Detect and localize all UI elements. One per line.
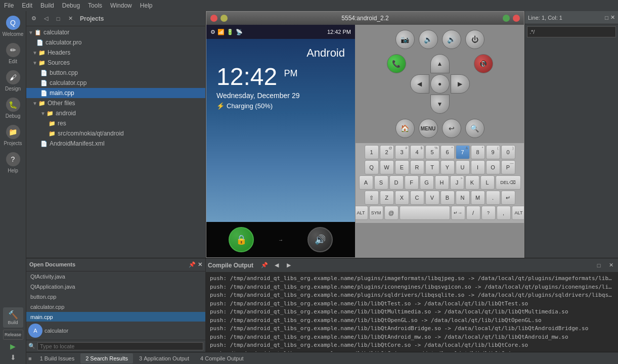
kb-g[interactable]: G bbox=[420, 175, 434, 190]
doc-main-cpp[interactable]: main.cpp bbox=[26, 312, 205, 322]
compile-next-btn[interactable]: ▶ bbox=[284, 260, 294, 270]
tree-item-other-files[interactable]: ▼ 📁 Other files bbox=[26, 98, 205, 108]
kb-l[interactable]: L bbox=[480, 175, 495, 190]
tree-item-calculator-cpp[interactable]: 📄 calculator.cpp bbox=[26, 78, 205, 88]
kb-r[interactable]: R bbox=[410, 160, 424, 174]
compile-pin-btn[interactable]: 📌 bbox=[259, 260, 270, 270]
sidebar-close-btn[interactable]: ✕ bbox=[610, 14, 615, 21]
kb-space[interactable] bbox=[400, 206, 450, 220]
tree-item-manifest[interactable]: 📄 AndroidManifest.xml bbox=[26, 139, 205, 149]
kb-5[interactable]: 5% bbox=[425, 145, 439, 159]
call-button[interactable]: 📞 bbox=[387, 54, 406, 73]
tab-compile-output[interactable]: 4 Compile Output bbox=[195, 353, 249, 363]
dpad-down[interactable]: ▼ bbox=[430, 95, 450, 114]
kb-2[interactable]: 2@ bbox=[380, 145, 394, 159]
kb-dot[interactable]: . bbox=[486, 191, 500, 205]
kb-t[interactable]: T bbox=[425, 160, 439, 174]
kb-j[interactable]: J> bbox=[450, 175, 464, 190]
kb-sym[interactable]: SYM bbox=[369, 206, 383, 220]
kb-shift[interactable]: ⇧ bbox=[365, 191, 379, 205]
kb-3[interactable]: 3# bbox=[395, 145, 409, 159]
mode-debug[interactable]: 🐛 Debug bbox=[1, 95, 25, 121]
kb-p[interactable]: P— bbox=[501, 160, 515, 174]
doc-calculator-cpp[interactable]: calculator.cpp bbox=[26, 302, 205, 312]
kb-4[interactable]: 4$ bbox=[410, 145, 424, 159]
tree-item-calculator-pro[interactable]: 📄 calculator.pro bbox=[26, 37, 205, 48]
minimize-button[interactable] bbox=[220, 15, 228, 22]
kb-alt-left[interactable]: ALT bbox=[356, 206, 368, 220]
kb-v[interactable]: V bbox=[425, 191, 439, 205]
kb-x[interactable]: X bbox=[395, 191, 409, 205]
doc-button-cpp[interactable]: button.cpp bbox=[26, 292, 205, 302]
tree-item-main-cpp[interactable]: 📄 main.cpp bbox=[26, 88, 205, 98]
doc-qt-application[interactable]: QtApplication.java bbox=[26, 282, 205, 292]
kb-slash[interactable]: / bbox=[466, 206, 480, 220]
kb-6[interactable]: 6^ bbox=[440, 145, 455, 159]
sidebar-expand-btn[interactable]: □ bbox=[605, 15, 608, 21]
kb-f[interactable]: F bbox=[405, 175, 419, 190]
kb-a[interactable]: A bbox=[359, 175, 373, 190]
kb-s[interactable]: S bbox=[374, 175, 388, 190]
power-button[interactable]: ⏻ bbox=[465, 30, 484, 49]
compile-maximize-btn[interactable]: □ bbox=[594, 260, 604, 270]
mode-design[interactable]: 🖌 Design bbox=[1, 68, 25, 94]
kb-o[interactable]: O bbox=[486, 160, 500, 174]
kb-k[interactable]: K bbox=[465, 175, 479, 190]
kb-at[interactable]: @ bbox=[384, 206, 399, 220]
kb-del[interactable]: DEL⌫ bbox=[496, 175, 521, 190]
run-button[interactable]: ▶ bbox=[3, 342, 23, 351]
camera-button[interactable]: 📷 bbox=[395, 30, 415, 49]
kb-9[interactable]: 9( bbox=[486, 145, 500, 159]
doc-qt-activity[interactable]: QtActivity.java bbox=[26, 271, 205, 282]
kb-alt-right[interactable]: ALT bbox=[512, 206, 524, 220]
mode-projects[interactable]: 📁 Projects bbox=[1, 122, 25, 149]
tree-item-sources[interactable]: ▼ 📁 Sources bbox=[26, 58, 205, 68]
tab-application-output[interactable]: 3 Application Output bbox=[134, 353, 194, 363]
menu-build[interactable]: Build bbox=[36, 1, 58, 10]
tree-item-res[interactable]: 📁 res bbox=[26, 118, 205, 128]
vol-down-button[interactable]: 🔉 bbox=[419, 30, 438, 49]
close-win-button[interactable] bbox=[513, 15, 520, 22]
menu-tools[interactable]: Tools bbox=[84, 1, 106, 10]
collapse-button[interactable]: ◁ bbox=[40, 13, 52, 24]
locate-input[interactable] bbox=[37, 342, 203, 350]
kb-i[interactable]: I bbox=[471, 160, 485, 174]
tree-item-android[interactable]: ▼ 📁 android bbox=[26, 108, 205, 118]
close-button[interactable] bbox=[210, 15, 217, 22]
kb-m[interactable]: M bbox=[471, 191, 485, 205]
kb-arr[interactable]: ↵→ bbox=[451, 206, 465, 220]
kb-comma[interactable]: , bbox=[497, 206, 511, 220]
dpad-center[interactable]: ● bbox=[430, 74, 450, 94]
mode-edit[interactable]: ✏ Edit bbox=[1, 40, 25, 67]
open-docs-pin[interactable]: 📌 bbox=[189, 261, 196, 268]
dpad-up[interactable]: ▲ bbox=[430, 54, 450, 73]
kb-0[interactable]: 0) bbox=[501, 145, 515, 159]
kb-question[interactable]: ? bbox=[481, 206, 496, 220]
kb-u[interactable]: U bbox=[456, 160, 470, 174]
kb-n[interactable]: N bbox=[456, 191, 470, 205]
menu-window[interactable]: Window bbox=[106, 1, 136, 10]
tree-item-headers[interactable]: ▼ 📁 Headers bbox=[26, 48, 205, 58]
dpad-right[interactable]: ▶ bbox=[451, 74, 470, 94]
lock-button[interactable]: 🔒 bbox=[229, 227, 254, 252]
tab-build-issues[interactable]: 1 Build Issues bbox=[35, 353, 80, 363]
kb-w[interactable]: W bbox=[380, 160, 394, 174]
kb-7[interactable]: 7& bbox=[456, 145, 470, 159]
menu-button[interactable]: MENU bbox=[419, 119, 438, 138]
kb-e[interactable]: E bbox=[395, 160, 409, 174]
home-button[interactable]: 🏠 bbox=[395, 119, 415, 138]
release-selector[interactable]: Release bbox=[3, 330, 23, 340]
vol-up-button[interactable]: 🔊 bbox=[442, 30, 461, 49]
menu-help[interactable]: Help bbox=[136, 1, 157, 10]
kb-y[interactable]: Y bbox=[440, 160, 455, 174]
back-button[interactable]: ↩ bbox=[442, 119, 461, 138]
menu-file[interactable]: File bbox=[0, 1, 18, 10]
menu-debug[interactable]: Debug bbox=[58, 1, 84, 10]
restore-button[interactable]: □ bbox=[53, 13, 64, 24]
close-panel-button[interactable]: ✕ bbox=[65, 13, 76, 24]
filter-button[interactable]: ⚙ bbox=[28, 13, 39, 24]
mode-help[interactable]: ? Help bbox=[1, 150, 25, 176]
sound-button[interactable]: 🔊 bbox=[307, 227, 333, 252]
kb-enter[interactable]: ↵ bbox=[501, 191, 515, 205]
kb-1[interactable]: 1 bbox=[365, 145, 379, 159]
